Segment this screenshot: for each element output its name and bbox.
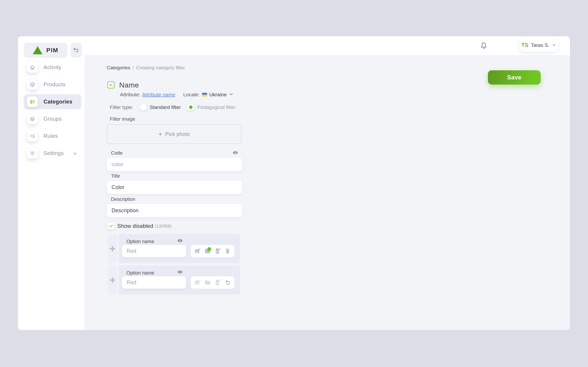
add-file-icon[interactable]	[214, 248, 221, 254]
option-drag-handle[interactable]	[108, 234, 117, 263]
show-disabled-count: (12/456)	[155, 224, 172, 229]
option-value-input[interactable]	[122, 276, 186, 289]
locale-value[interactable]: Ukraine	[209, 92, 227, 98]
add-image-icon[interactable]	[194, 279, 201, 286]
breadcrumb-separator: /	[133, 65, 134, 70]
page-title: Name	[119, 81, 139, 89]
move-icon	[110, 277, 115, 283]
sidebar-item-label: Products	[43, 82, 66, 88]
option-drag-handle[interactable]	[108, 265, 117, 295]
sidebar-item-settings[interactable]: Settings	[24, 146, 81, 161]
add-file-icon[interactable]	[214, 279, 221, 286]
return-arrow-icon	[72, 46, 80, 54]
notifications-bell-icon[interactable]	[479, 41, 488, 50]
home-icon	[27, 62, 38, 73]
topbar: TS Taras S.	[85, 36, 570, 55]
sidebar-item-label: Activity	[43, 64, 61, 70]
attribute-link[interactable]: Attribute name	[142, 92, 175, 98]
filter-type-label: Filter type:	[110, 104, 133, 110]
arrow-left-icon	[109, 83, 113, 87]
description-label: Description	[111, 196, 135, 202]
sidebar-item-categories[interactable]: Categories	[24, 94, 81, 109]
move-icon	[110, 246, 115, 252]
undo-restore-icon[interactable]	[224, 279, 231, 286]
rules-checklist-icon	[27, 131, 38, 141]
eye-icon[interactable]	[233, 150, 238, 155]
option-name-label: Option name	[126, 270, 154, 276]
pick-photo-dropzone[interactable]: + Pick photo	[107, 124, 241, 144]
gear-icon	[27, 148, 38, 158]
plus-icon: +	[158, 131, 162, 137]
radio-selected-dot	[189, 105, 193, 109]
logo-triangle-icon	[33, 46, 43, 54]
chevron-down-icon	[552, 43, 556, 47]
sidebar: PIM Activity	[18, 36, 85, 330]
title-label: Title	[111, 173, 120, 179]
code-input[interactable]	[107, 158, 242, 171]
sidebar-menu: Activity Products Cate	[24, 60, 81, 163]
user-menu[interactable]: TS Taras S.	[519, 38, 558, 52]
checkbox-checked-icon[interactable]	[108, 223, 114, 229]
radio-pedagogical-filter[interactable]	[187, 104, 194, 110]
option-row: Option name	[119, 234, 240, 263]
radio-pedagogical-label[interactable]: Pedagogical filter	[197, 104, 235, 110]
attribute-label: Attribute:	[120, 92, 140, 98]
app-window: PIM Activity	[18, 36, 570, 330]
code-label: Code	[111, 150, 123, 156]
code-label-row: Code	[107, 150, 242, 156]
description-input[interactable]	[107, 204, 242, 217]
folder-icon[interactable]	[204, 279, 211, 286]
option-actions	[191, 276, 234, 289]
add-image-icon[interactable]	[194, 248, 201, 254]
show-disabled-toggle[interactable]: Show disabled (12/456)	[108, 223, 171, 229]
sidebar-item-label: Categories	[43, 99, 72, 105]
folder-icon[interactable]	[204, 248, 211, 254]
sidebar-item-products[interactable]: Products	[24, 77, 81, 92]
option-actions	[191, 245, 234, 257]
radio-standard-filter[interactable]	[140, 104, 147, 110]
cube-icon	[27, 79, 38, 90]
option-value-input[interactable]	[122, 245, 186, 257]
eye-icon[interactable]	[177, 269, 183, 275]
sidebar-item-label: Groups	[43, 116, 62, 122]
back-button[interactable]	[107, 81, 114, 89]
breadcrumb-current: Creating category filter	[136, 65, 185, 70]
avatar: TS	[521, 42, 528, 48]
user-name: Taras S.	[531, 42, 549, 48]
layers-icon	[27, 114, 38, 124]
pick-photo-label: Pick photo	[165, 131, 190, 137]
description-label-row: Description	[107, 196, 242, 202]
radio-standard-label[interactable]: Standard filter	[150, 104, 181, 110]
sidebar-item-activity[interactable]: Activity	[24, 60, 81, 75]
attribute-locale-row: Attribute: Attribute name Locale: Ukrain…	[120, 92, 233, 98]
trash-icon[interactable]	[224, 248, 231, 254]
breadcrumb-root[interactable]: Categories	[107, 65, 130, 70]
title-input[interactable]	[107, 181, 242, 194]
eye-icon[interactable]	[177, 238, 183, 243]
save-button[interactable]: Save	[488, 70, 541, 84]
sidebar-item-label: Rules	[43, 133, 58, 139]
status-dot-green	[207, 247, 211, 251]
sidebar-collapse-button[interactable]	[70, 43, 82, 58]
option-name-label: Option name	[126, 239, 154, 244]
filter-type-row: Filter type: Standard filter Pedagogical…	[110, 104, 235, 111]
categories-list-icon	[27, 96, 38, 107]
ukraine-flag-icon	[202, 93, 207, 97]
option-row: Option name	[119, 265, 240, 295]
title-label-row: Title	[107, 173, 242, 179]
main-content: Categories / Creating category filter Sa…	[85, 55, 570, 330]
breadcrumb: Categories / Creating category filter	[107, 65, 185, 70]
show-disabled-label: Show disabled	[117, 223, 153, 229]
locale-label: Locale:	[183, 92, 200, 98]
sidebar-item-rules[interactable]: Rules	[24, 129, 81, 143]
app-logo[interactable]: PIM	[24, 43, 68, 58]
filter-image-label: Filter image	[110, 116, 135, 122]
sidebar-item-groups[interactable]: Groups	[24, 111, 81, 126]
sidebar-item-label: Settings	[43, 150, 64, 156]
app-logo-text: PIM	[46, 47, 58, 54]
chevron-down-icon[interactable]	[229, 92, 233, 98]
chevron-down-icon	[73, 151, 77, 156]
